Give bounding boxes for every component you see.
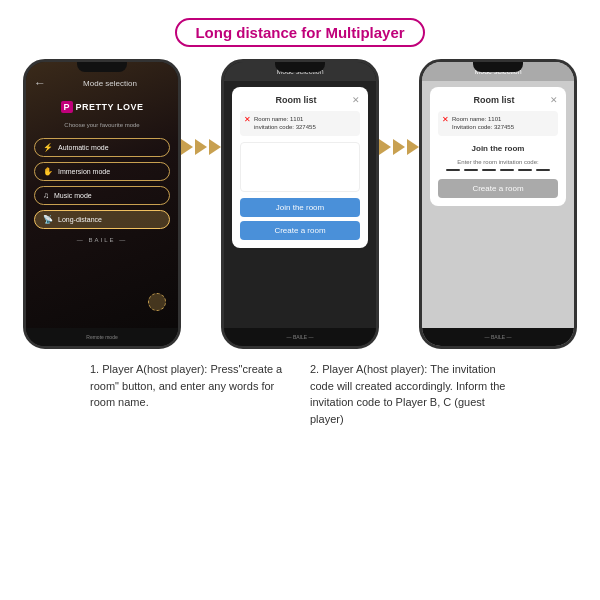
dash-2 [464, 169, 478, 171]
phone-3: Mode selection Room list ✕ ✕ Room name: … [419, 59, 577, 349]
phone-2-screen: Mode selection Room list ✕ ✕ Room name: … [224, 62, 376, 346]
description-2-number: 2. Player A(host player): The invitation… [310, 361, 510, 427]
join-room-btn-2[interactable]: Join the room [240, 198, 360, 217]
arrow-2c [407, 139, 419, 155]
modal-2-title: Room list [240, 95, 352, 105]
room-info-3: ✕ Room name: 1101 Invitation code: 32745… [438, 111, 558, 136]
invite-label-3: Enter the room invitation code: [438, 159, 558, 165]
mode-label-longdistance: Long-distance [58, 216, 102, 223]
room-list-area-2 [240, 142, 360, 192]
immersion-icon: ✋ [43, 167, 53, 176]
description-col-2: 2. Player A(host player): The invitation… [310, 361, 510, 427]
description-1-number: 1. Player A(host player): Press"create a… [90, 361, 290, 411]
mode-btn-automatic[interactable]: ⚡ Automatic mode [34, 138, 170, 157]
phone-1-logo: P PRETTY LOVE [34, 96, 170, 114]
dash-4 [500, 169, 514, 171]
arrow-1a [181, 139, 193, 155]
modal-3-header: Room list ✕ [438, 95, 558, 105]
room-name-2: Room name: 1101 [254, 115, 316, 123]
phone-2-footer-text: — BAILE — [287, 334, 314, 340]
phone-1-header: ← Mode selection [34, 76, 170, 90]
page-title: Long distance for Multiplayer [175, 18, 424, 47]
back-icon[interactable]: ← [34, 76, 46, 90]
title-bar: Long distance for Multiplayer [0, 18, 600, 47]
arrow-2a [379, 139, 391, 155]
automatic-icon: ⚡ [43, 143, 53, 152]
mode-label-automatic: Automatic mode [58, 144, 109, 151]
join-room-title-3: Join the room [438, 144, 558, 153]
phones-row: ← Mode selection P PRETTY LOVE Choose yo… [0, 59, 600, 349]
modal-2-header: Room list ✕ [240, 95, 360, 105]
phone-3-screen: Mode selection Room list ✕ ✕ Room name: … [422, 62, 574, 346]
arrow-2 [379, 139, 419, 155]
dash-5 [518, 169, 532, 171]
modal-3-close[interactable]: ✕ [550, 95, 558, 105]
bottom-descriptions: 1. Player A(host player): Press"create a… [0, 349, 600, 427]
phone-1-tab-label: Remote mode [86, 334, 117, 340]
phone-1-title: Mode selection [50, 79, 170, 88]
room-x-icon: ✕ [244, 115, 251, 124]
room-x-icon-3: ✕ [442, 115, 449, 124]
phone-2: Mode selection Room list ✕ ✕ Room name: … [221, 59, 379, 349]
phone-1-tabbar: Remote mode [26, 328, 178, 346]
invitation-code-3: Invitation code: 327455 [452, 123, 514, 131]
mode-btn-music[interactable]: ♫ Music mode [34, 186, 170, 205]
phone-1-subtitle: Choose your favourite mode [34, 122, 170, 128]
arrow-1c [209, 139, 221, 155]
desc1-number: 1. [90, 363, 99, 375]
create-room-btn-2[interactable]: Create a room [240, 221, 360, 240]
room-details-3: Room name: 1101 Invitation code: 327455 [452, 115, 514, 132]
desc2-number: 2. [310, 363, 319, 375]
logo-prefix: P [61, 101, 73, 113]
modal-3-title: Room list [438, 95, 550, 105]
music-icon: ♫ [43, 191, 49, 200]
room-details-2: Room name: 1101 invitation code: 327455 [254, 115, 316, 132]
desc2-text: Player A(host player): The invitation co… [310, 363, 505, 425]
invite-dashes [438, 169, 558, 171]
modal-2-close[interactable]: ✕ [352, 95, 360, 105]
phone-3-notch [473, 62, 523, 72]
mode-btn-immersion[interactable]: ✋ Immersion mode [34, 162, 170, 181]
description-col-1: 1. Player A(host player): Press"create a… [90, 361, 290, 427]
desc1-text: Player A(host player): Press"create a ro… [90, 363, 282, 408]
dash-3 [482, 169, 496, 171]
tap-indicator-1 [148, 293, 166, 311]
dash-6 [536, 169, 550, 171]
arrow-2b [393, 139, 405, 155]
phone-1-footer: — BAILE — [34, 237, 170, 243]
phone-3-modal: Room list ✕ ✕ Room name: 1101 Invitation… [430, 87, 566, 206]
logo-text: PRETTY LOVE [76, 102, 144, 112]
room-name-3: Room name: 1101 [452, 115, 514, 123]
phone-2-notch [275, 62, 325, 72]
arrow-1 [181, 139, 221, 155]
phone-3-footer-text: — BAILE — [485, 334, 512, 340]
create-room-btn-3[interactable]: Create a room [438, 179, 558, 198]
phone-2-modal: Room list ✕ ✕ Room name: 1101 invitation… [232, 87, 368, 248]
phone-1: ← Mode selection P PRETTY LOVE Choose yo… [23, 59, 181, 349]
dash-1 [446, 169, 460, 171]
phone-2-footer: — BAILE — [224, 328, 376, 346]
mode-label-immersion: Immersion mode [58, 168, 110, 175]
longdistance-icon: 📡 [43, 215, 53, 224]
phone-1-screen: ← Mode selection P PRETTY LOVE Choose yo… [26, 62, 178, 346]
arrow-1b [195, 139, 207, 155]
room-info-2: ✕ Room name: 1101 invitation code: 32745… [240, 111, 360, 136]
invitation-code-2: invitation code: 327455 [254, 123, 316, 131]
phone-3-footer: — BAILE — [422, 328, 574, 346]
mode-btn-longdistance[interactable]: 📡 Long-distance [34, 210, 170, 229]
mode-label-music: Music mode [54, 192, 92, 199]
phone-1-notch [77, 62, 127, 72]
